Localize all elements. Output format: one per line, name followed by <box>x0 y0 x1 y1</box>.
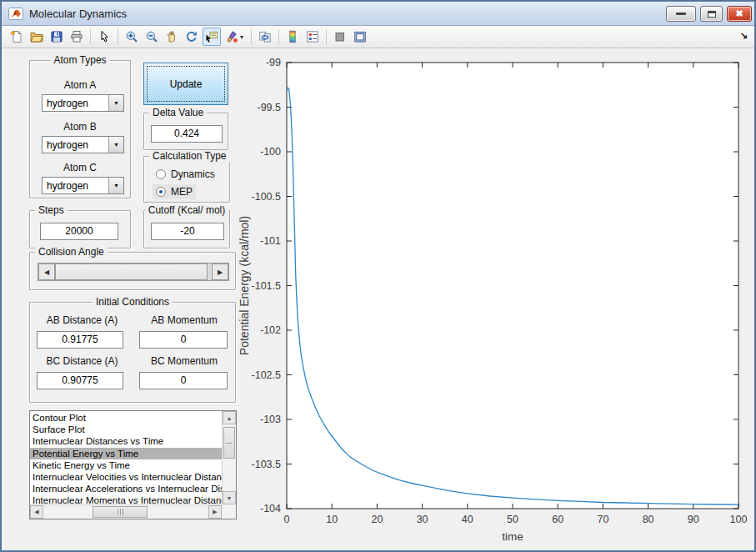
x-tick-label: 90 <box>688 514 699 525</box>
collision-angle-slider[interactable]: ◀ ▶ <box>38 263 229 281</box>
x-tick-label: 80 <box>643 514 654 525</box>
minimize-button[interactable] <box>666 6 696 22</box>
update-button[interactable]: Update <box>143 63 228 105</box>
zoom-out-button[interactable] <box>143 28 161 46</box>
data-cursor-button[interactable] <box>203 28 221 46</box>
open-file-button[interactable] <box>28 28 46 46</box>
x-axis-label: time <box>502 530 523 543</box>
hide-plot-tools-button[interactable] <box>331 28 349 46</box>
y-tick-label: -103 <box>260 414 281 425</box>
x-tick-label: 0 <box>284 514 290 525</box>
list-item[interactable]: Internuclear Distances vs Time <box>30 435 222 447</box>
delta-value-field[interactable]: 0.424 <box>151 125 223 143</box>
radio-dynamics[interactable]: Dynamics <box>153 167 218 182</box>
atom-a-value: hydrogen <box>43 98 108 109</box>
scroll-down-icon[interactable]: ▼ <box>223 491 236 504</box>
brush-button[interactable] <box>223 28 241 46</box>
list-item[interactable]: Surface Plot <box>30 424 222 435</box>
list-item[interactable]: Contour Plot <box>30 412 222 424</box>
steps-panel: Steps 20000 <box>29 210 131 248</box>
focus-ring <box>147 66 225 102</box>
bc-momentum-field[interactable]: 0 <box>139 372 228 389</box>
dock-figure-button[interactable] <box>351 28 369 46</box>
pan-hand-button[interactable] <box>163 28 181 46</box>
atom-a-dropdown[interactable]: hydrogen ▼ <box>42 94 124 112</box>
legend-button[interactable] <box>303 28 322 46</box>
brush-dropdown-caret-icon[interactable]: ▾ <box>240 33 248 41</box>
slider-left-arrow-icon[interactable]: ◀ <box>38 263 55 280</box>
close-icon: ✖ <box>735 8 743 19</box>
cutoff-field[interactable]: -20 <box>151 223 224 240</box>
new-document-icon <box>10 30 23 43</box>
initial-conditions-title: Initial Conditions <box>93 296 173 308</box>
radio-icon[interactable] <box>156 187 166 197</box>
slider-thumb[interactable] <box>55 263 208 280</box>
chevron-down-icon[interactable]: ▼ <box>108 95 123 111</box>
edit-arrow-button[interactable] <box>95 28 113 46</box>
y-tick-label: -102.5 <box>252 369 281 381</box>
legend-icon <box>306 30 319 43</box>
steps-field[interactable]: 20000 <box>40 223 118 240</box>
atom-types-panel: Atom Types Atom A hydrogen ▼ Atom B hydr… <box>29 60 131 198</box>
link-plot-button[interactable] <box>256 28 274 46</box>
collision-angle-panel: Collision Angle ◀ ▶ <box>29 252 236 290</box>
vertical-scrollbar[interactable]: ▲ ▼ <box>222 411 236 504</box>
save-icon <box>50 30 63 43</box>
colorbar-button[interactable] <box>283 28 302 46</box>
y-tick-label: -101.5 <box>252 280 281 292</box>
ab-distance-field[interactable]: 0.91775 <box>37 331 123 349</box>
list-item[interactable]: Internuclear Velocities vs Internuclear … <box>30 471 222 483</box>
zoom-out-icon <box>145 30 158 43</box>
ab-momentum-field[interactable]: 0 <box>139 331 228 349</box>
chevron-down-icon[interactable]: ▼ <box>108 178 123 193</box>
titlebar[interactable]: Molecular Dynamics ✖ <box>2 2 754 26</box>
save-button[interactable] <box>48 28 66 46</box>
scroll-left-icon[interactable]: ◀ <box>30 505 43 519</box>
calculation-type-title: Calculation Type <box>149 150 230 162</box>
print-button[interactable] <box>68 28 86 46</box>
new-document-button[interactable] <box>8 28 26 46</box>
plot-type-listbox[interactable]: Contour PlotSurface PlotInternuclear Dis… <box>29 410 237 519</box>
edit-arrow-icon <box>98 30 111 43</box>
list-item[interactable]: Internuclear Accelerations vs Internucle… <box>30 483 222 494</box>
x-tick-label: 10 <box>326 514 338 525</box>
atom-types-title: Atom Types <box>50 54 109 66</box>
list-item[interactable]: Kinetic Energy vs Time <box>30 459 222 471</box>
rotate-3d-button[interactable] <box>183 28 201 46</box>
window-title: Molecular Dynamics <box>29 8 127 20</box>
radio-mep[interactable]: MEP <box>153 184 196 199</box>
maximize-icon <box>708 11 716 18</box>
toolbar-overflow-arrow[interactable]: ↘ <box>740 30 748 41</box>
ab-momentum-label: AB Momentum <box>134 314 234 326</box>
cutoff-title: Cutoff (Kcal/ mol) <box>145 204 228 216</box>
list-item[interactable]: Internuclear Momenta vs Internuclear Dis… <box>30 494 222 504</box>
list-item[interactable]: Potential Energy vs Time <box>30 448 222 459</box>
maximize-button[interactable] <box>700 6 723 22</box>
zoom-in-button[interactable] <box>123 28 141 46</box>
vscroll-thumb[interactable] <box>223 427 235 459</box>
rotate-3d-icon <box>185 30 198 43</box>
brush-icon <box>225 30 238 43</box>
radio-icon[interactable] <box>156 169 166 179</box>
slider-right-arrow-icon[interactable]: ▶ <box>212 263 228 280</box>
matlab-logo-icon <box>8 8 23 20</box>
atom-c-dropdown[interactable]: hydrogen ▼ <box>42 177 124 194</box>
y-tick-label: -100.5 <box>252 191 281 203</box>
cutoff-panel: Cutoff (Kcal/ mol) -20 <box>143 210 230 248</box>
atom-b-dropdown[interactable]: hydrogen ▼ <box>42 136 124 153</box>
hscroll-thumb[interactable] <box>93 506 148 518</box>
horizontal-scrollbar[interactable]: ◀ ▶ <box>30 504 222 519</box>
x-tick-label: 40 <box>462 514 473 525</box>
ab-distance-label: AB Distance (A) <box>30 314 134 326</box>
bc-distance-field[interactable]: 0.90775 <box>37 372 123 389</box>
scroll-right-icon[interactable]: ▶ <box>208 505 222 519</box>
collision-angle-title: Collision Angle <box>35 246 108 258</box>
delta-value-panel: Delta Value 0.424 <box>143 113 228 150</box>
hide-plot-tools-icon <box>333 30 347 43</box>
y-tick-label: -102 <box>260 324 281 336</box>
y-tick-label: -101 <box>260 235 281 247</box>
app-window: Molecular Dynamics ✖ ↘ ▾ 010203040506070… <box>0 0 756 552</box>
close-button[interactable]: ✖ <box>727 6 752 22</box>
chevron-down-icon[interactable]: ▼ <box>108 137 123 153</box>
scroll-up-icon[interactable]: ▲ <box>223 411 236 424</box>
